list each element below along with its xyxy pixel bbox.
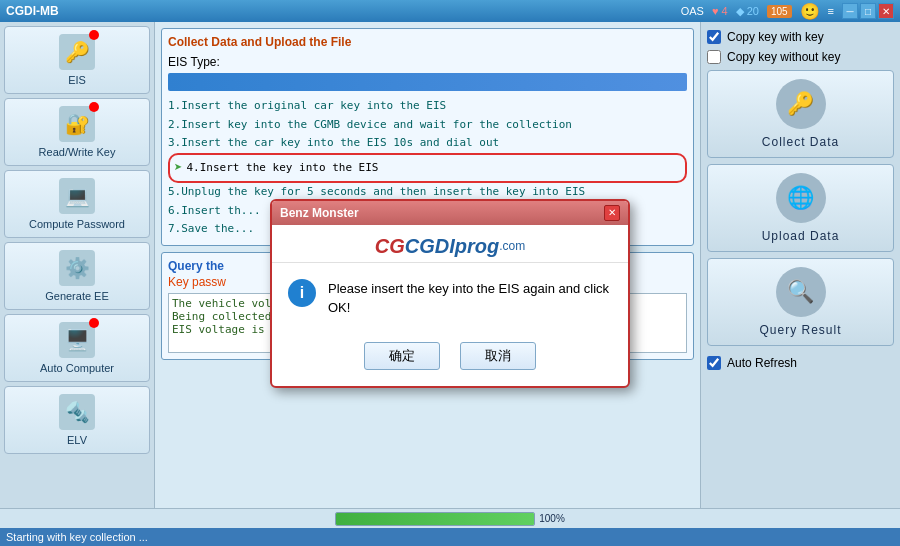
modal-ok-button[interactable]: 确定 [364,342,440,370]
modal-titlebar: Benz Monster ✕ [272,201,628,225]
modal-body: i Please insert the key into the EIS aga… [272,263,628,334]
modal-branding: CG CGDIprog .com [272,225,628,263]
modal-overlay: Benz Monster ✕ CG CGDIprog .com i Please… [0,0,900,546]
modal-info-icon: i [288,279,316,307]
modal-title: Benz Monster [280,206,359,220]
modal-cancel-button[interactable]: 取消 [460,342,536,370]
modal-close-button[interactable]: ✕ [604,205,620,221]
brand-cg: CG [375,235,405,258]
modal-footer: 确定 取消 [272,334,628,386]
modal-message: Please insert the key into the EIS again… [328,279,612,318]
brand-cgdi: CGDIprog [405,235,499,258]
modal-dialog: Benz Monster ✕ CG CGDIprog .com i Please… [270,199,630,388]
brand-com: .com [499,239,525,253]
